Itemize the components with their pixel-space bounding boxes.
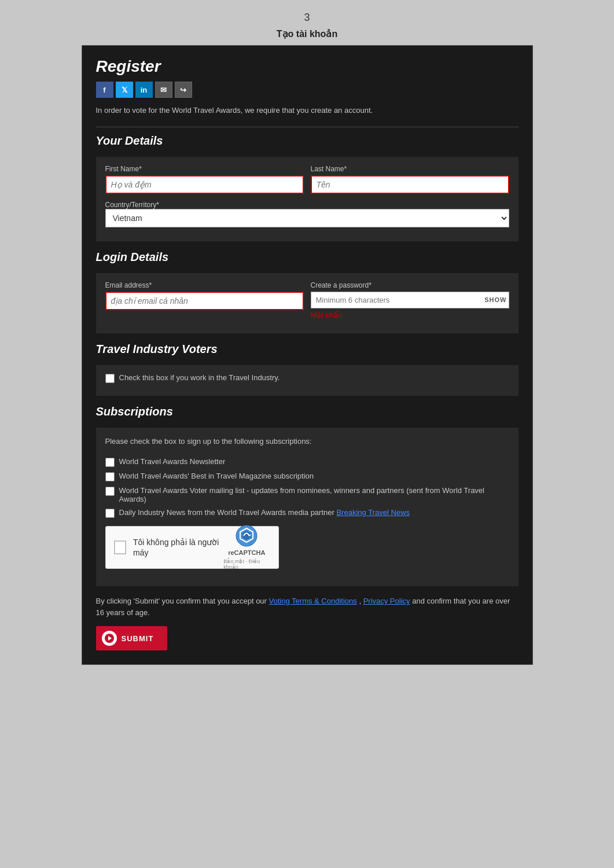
twitter-icon[interactable]: 𝕏 xyxy=(116,82,133,98)
first-name-label: First Name* xyxy=(105,165,304,173)
password-group: Create a password* SHOW Mật khẩu xyxy=(311,281,509,319)
recaptcha-left: Tôi không phải là người máy xyxy=(114,537,224,558)
password-label: Create a password* xyxy=(311,281,509,289)
subscription-item-3: World Travel Awards Voter mailing list -… xyxy=(105,486,509,503)
subscription-item-2: World Travel Awards' Best in Travel Maga… xyxy=(105,472,509,481)
subscriptions-section: Please check the box to sign up to the f… xyxy=(96,428,519,587)
subscriptions-title: Subscriptions xyxy=(96,405,519,421)
subscription-item-1: World Travel Awards Newsletter xyxy=(105,457,509,467)
page-number: 3 xyxy=(0,12,614,24)
first-name-group: First Name* xyxy=(105,165,304,194)
your-details-section: First Name* Last Name* Country/Territory… xyxy=(96,157,519,241)
recaptcha-label: Tôi không phải là người máy xyxy=(133,537,223,558)
linkedin-icon[interactable]: in xyxy=(135,82,153,98)
email-input[interactable] xyxy=(105,292,304,310)
subscription-label-4: Daily Industry News from the World Trave… xyxy=(119,508,410,517)
forward-icon[interactable]: ↪ xyxy=(175,82,192,98)
travel-industry-title: Travel Industry Voters xyxy=(96,343,519,358)
email-group: Email address* xyxy=(105,281,304,319)
travel-industry-label: Check this box if you work in the Travel… xyxy=(119,373,280,382)
subscription-label-1: World Travel Awards Newsletter xyxy=(119,457,226,466)
country-group: Country/Territory* Vietnam xyxy=(105,200,509,227)
subscription-item-4: Daily Industry News from the World Trave… xyxy=(105,508,509,518)
email-label: Email address* xyxy=(105,281,304,289)
login-fields-row: Email address* Create a password* SHOW M… xyxy=(105,281,509,319)
privacy-policy-link[interactable]: Privacy Policy xyxy=(363,597,410,605)
first-name-input[interactable] xyxy=(105,175,304,194)
subscription-checkbox-4[interactable] xyxy=(105,509,115,518)
subscription-checkbox-1[interactable] xyxy=(105,458,115,467)
submit-label: SUBMIT xyxy=(122,634,154,643)
subscriptions-description: Please check the box to sign up to the f… xyxy=(105,436,509,447)
register-form: Register f 𝕏 in ✉ ↪ In order to vote for… xyxy=(82,45,533,665)
subscription-checkbox-2[interactable] xyxy=(105,472,115,481)
password-hint: Mật khẩu xyxy=(311,311,509,319)
recaptcha-brand: reCAPTCHA xyxy=(228,549,265,556)
name-fields-row: First Name* Last Name* xyxy=(105,165,509,194)
show-password-button[interactable]: SHOW xyxy=(484,296,506,303)
subscription-label-3: World Travel Awards Voter mailing list -… xyxy=(119,486,509,503)
password-wrapper: SHOW xyxy=(311,292,509,308)
country-select[interactable]: Vietnam xyxy=(105,209,509,227)
register-heading: Register xyxy=(96,57,519,76)
submit-icon xyxy=(102,631,117,646)
password-input[interactable] xyxy=(311,292,509,308)
recaptcha-logo-icon xyxy=(236,525,258,547)
terms-text: By clicking 'Submit' you confirm that yo… xyxy=(96,595,519,618)
travel-industry-checkbox[interactable] xyxy=(105,374,115,383)
login-details-section: Email address* Create a password* SHOW M… xyxy=(96,273,519,333)
social-icons-bar: f 𝕏 in ✉ ↪ xyxy=(96,82,519,98)
submit-button[interactable]: SUBMIT xyxy=(96,626,168,650)
your-details-title: Your Details xyxy=(96,134,519,150)
last-name-input[interactable] xyxy=(311,175,509,194)
recaptcha-box: Tôi không phải là người máy reCAPTCHA Bả… xyxy=(105,526,279,569)
recaptcha-links: Bảo mật - Điều khoản xyxy=(223,558,270,570)
facebook-icon[interactable]: f xyxy=(96,82,113,98)
email-icon[interactable]: ✉ xyxy=(155,82,172,98)
recaptcha-right: reCAPTCHA Bảo mật - Điều khoản xyxy=(223,525,270,570)
breaking-travel-news-link[interactable]: Breaking Travel News xyxy=(336,508,409,517)
intro-text: In order to vote for the World Travel Aw… xyxy=(96,105,519,116)
travel-industry-row: Check this box if you work in the Travel… xyxy=(105,373,509,383)
voting-terms-link[interactable]: Voting Terms & Conditions xyxy=(269,597,357,605)
recaptcha-checkbox[interactable] xyxy=(114,540,126,554)
travel-industry-section: Check this box if you work in the Travel… xyxy=(96,365,519,396)
subscriptions-list: World Travel Awards Newsletter World Tra… xyxy=(105,457,509,518)
subscription-label-2: World Travel Awards' Best in Travel Maga… xyxy=(119,472,314,480)
last-name-group: Last Name* xyxy=(311,165,509,194)
subscription-checkbox-3[interactable] xyxy=(105,487,115,496)
login-details-title: Login Details xyxy=(96,251,519,266)
country-label: Country/Territory* xyxy=(105,201,159,209)
last-name-label: Last Name* xyxy=(311,165,509,173)
page-title: Tạo tài khoản xyxy=(0,28,614,39)
